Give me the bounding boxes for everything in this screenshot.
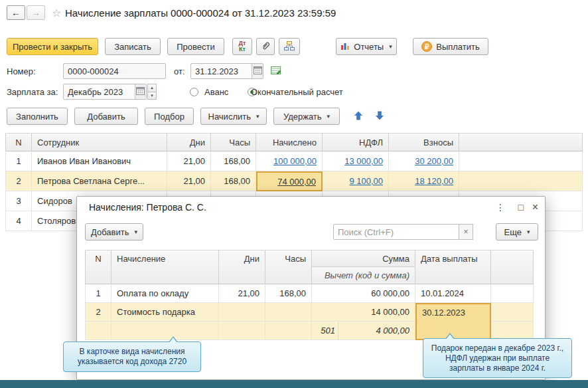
pick-button[interactable]: Подбор <box>145 108 194 125</box>
search-field[interactable] <box>333 224 459 240</box>
row-number-cell[interactable]: 3 <box>5 191 32 211</box>
accrued-link[interactable]: 100 000,00 <box>273 156 317 166</box>
accrual-name-cell[interactable]: Оплата по окладу <box>111 284 219 303</box>
dialog-add-button[interactable]: Добавить▾ <box>85 223 143 241</box>
date-input[interactable] <box>191 64 252 78</box>
clear-search-button[interactable]: × <box>459 224 473 240</box>
col-header-n: N <box>85 250 111 284</box>
forward-icon: → <box>31 7 40 18</box>
ruble-coin-icon: ₽ <box>421 41 432 52</box>
row-number-cell[interactable]: 4 <box>5 211 32 231</box>
advance-radio-label[interactable]: Аванс <box>204 87 228 97</box>
period-input[interactable] <box>64 84 135 99</box>
post-and-close-button[interactable]: Провести и закрыть <box>7 38 98 55</box>
empty-cell <box>85 322 111 340</box>
calendar-icon <box>254 66 262 76</box>
hours-cell[interactable]: 168,00 <box>265 284 312 303</box>
search-group: × <box>333 224 473 240</box>
dt-kt-postings-button[interactable]: ДтКт <box>232 38 252 55</box>
fill-button[interactable]: Заполнить <box>7 108 68 125</box>
forward-button[interactable]: → <box>27 5 45 20</box>
number-input[interactable] <box>64 64 165 78</box>
ndfl-link[interactable]: 9 100,00 <box>349 176 383 186</box>
number-label: Номер: <box>7 66 36 76</box>
sum-cell[interactable]: 14 000,00 <box>312 303 415 322</box>
attachments-button[interactable] <box>256 38 275 55</box>
dialog-more-button[interactable]: Еще▾ <box>496 223 538 241</box>
col-subheader-deduction: Вычет (код и сумма) <box>312 267 415 284</box>
post-button[interactable]: Провести <box>167 38 224 55</box>
filler-cell <box>459 171 583 191</box>
days-cell[interactable] <box>219 303 265 322</box>
accruals-table: N Начисление Дни Часы Сумма Вычет (код и… <box>85 250 534 340</box>
period-calendar-button[interactable] <box>135 84 146 99</box>
back-button[interactable]: ← <box>7 5 25 20</box>
calendar-icon <box>136 86 145 97</box>
number-field[interactable] <box>63 63 166 79</box>
withhold-button[interactable]: Удержать▾ <box>273 108 340 125</box>
employee-name-cell[interactable]: Иванов Иван Иванович <box>32 151 167 171</box>
ndfl-link[interactable]: 13 000,00 <box>344 156 383 166</box>
income-code-callout: В карточке вида начисления указывается к… <box>63 341 201 372</box>
pay-button[interactable]: ₽ Выплатить <box>413 38 488 55</box>
hours-cell[interactable] <box>265 303 312 322</box>
row-number-cell[interactable]: 2 <box>85 303 111 322</box>
hours-cell[interactable]: 168,00 <box>211 151 256 171</box>
spin-down-button[interactable]: ▼ <box>147 92 157 100</box>
subordination-structure-button[interactable] <box>279 38 300 55</box>
period-field[interactable] <box>63 84 147 100</box>
contrib-link[interactable]: 18 120,00 <box>415 176 453 186</box>
favorite-star-icon[interactable]: ☆ <box>52 7 61 19</box>
col-header-hours: Часы <box>211 133 256 151</box>
dialog-titlebar[interactable]: Начисления: Петрова С. С. ⋮ □ × <box>77 197 546 219</box>
close-icon[interactable]: × <box>532 202 538 213</box>
days-cell[interactable]: 21,00 <box>167 171 211 191</box>
filler-cell <box>459 151 583 171</box>
row-number-cell[interactable]: 1 <box>85 284 111 303</box>
move-down-button[interactable] <box>370 108 389 125</box>
employee-name-cell[interactable]: Петрова Светлана Серге... <box>32 171 167 191</box>
add-row-button[interactable]: Добавить <box>74 108 138 125</box>
row-number-cell[interactable]: 1 <box>5 151 32 171</box>
hours-cell[interactable]: 168,00 <box>211 171 256 191</box>
arrow-down-icon <box>374 110 385 123</box>
subordination-structure-icon <box>284 41 295 53</box>
row-number-cell[interactable]: 2 <box>5 171 32 191</box>
edit-table-icon[interactable] <box>270 64 282 78</box>
write-button[interactable]: Записать <box>105 38 161 55</box>
advance-radio[interactable] <box>190 88 198 96</box>
date-field[interactable] <box>190 63 263 79</box>
period-stepper: ▲ ▼ <box>147 84 157 100</box>
filler-cell <box>491 303 534 322</box>
chevron-down-icon: ▾ <box>527 229 530 235</box>
deduction-sum[interactable]: 4 000,00 <box>338 322 415 340</box>
spin-up-button[interactable]: ▲ <box>147 84 157 92</box>
maximize-icon[interactable]: □ <box>518 203 524 212</box>
payroll-window: ← → ☆ Начисление зарплаты 0000-000024 от… <box>0 0 588 388</box>
dialog-title: Начисления: Петрова С. С. <box>89 202 206 213</box>
final-settlement-radio-label[interactable]: Окончательный расчет <box>251 87 343 97</box>
accrue-button[interactable]: Начислить▾ <box>200 108 267 125</box>
col-header-filler <box>491 250 534 284</box>
accrual-name-cell[interactable]: Стоимость подарка <box>111 303 219 322</box>
chevron-down-icon: ▾ <box>389 43 392 50</box>
days-cell[interactable]: 21,00 <box>167 151 211 171</box>
accrued-selected-cell[interactable]: 74 000,00 <box>256 171 323 191</box>
deduction-code[interactable]: 501 <box>312 322 338 340</box>
search-input[interactable] <box>334 225 459 239</box>
sum-cell[interactable]: 60 000,00 <box>312 284 415 303</box>
gift-ndfl-callout: Подарок передан в декабре 2023 г., НДФЛ … <box>423 338 572 378</box>
deduction-cell[interactable]: 501 4 000,00 <box>312 322 415 340</box>
pay-date-cell[interactable]: 10.01.2024 <box>415 284 491 303</box>
days-cell[interactable]: 21,00 <box>219 284 265 303</box>
chevron-down-icon: ▾ <box>327 113 331 120</box>
reports-button[interactable]: Отчеты▾ <box>336 38 397 55</box>
calendar-button[interactable] <box>252 64 263 78</box>
back-icon: ← <box>11 7 21 18</box>
col-header-days: Дни <box>167 133 211 151</box>
move-up-button[interactable] <box>349 108 368 125</box>
col-header-hours: Часы <box>265 250 312 284</box>
contrib-link[interactable]: 30 200,00 <box>415 156 453 166</box>
more-actions-icon[interactable]: ⋮ <box>496 203 505 212</box>
page-title: Начисление зарплаты 0000-000024 от 31.12… <box>65 7 336 19</box>
